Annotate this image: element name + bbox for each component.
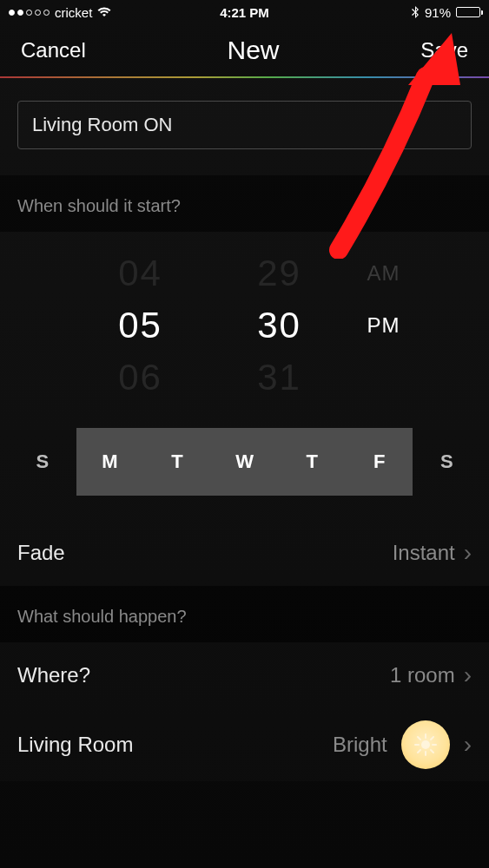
hour-selected: 05 [71,299,210,352]
time-picker[interactable]: 04 05 06 29 30 31 AM PM . [0,247,489,404]
hour-prev: 04 [71,247,210,299]
cancel-button[interactable]: Cancel [21,38,86,62]
day-picker: SMTWTFS [0,404,489,511]
divider-rainbow [0,76,489,78]
room-row[interactable]: Living Room Bright › [0,708,489,781]
hour-wheel[interactable]: 04 05 06 [71,247,210,404]
room-name: Living Room [17,733,133,757]
clock-label: 4:21 PM [166,5,323,20]
ampm-selected: PM [349,299,419,352]
chevron-right-icon: › [464,541,472,565]
chevron-right-icon: › [464,733,472,757]
section-header-what: What should happen? [0,586,489,642]
save-button[interactable]: Save [420,38,468,62]
wifi-icon [97,7,111,17]
minute-prev: 29 [210,247,349,299]
svg-point-0 [421,740,430,749]
day-toggle[interactable]: F [346,428,413,496]
nav-bar: Cancel New Save [0,24,489,76]
svg-line-7 [431,737,433,740]
chevron-right-icon: › [464,663,472,687]
day-toggle[interactable]: W [211,428,279,496]
hour-next: 06 [71,352,210,404]
minute-selected: 30 [210,299,349,352]
day-toggle[interactable]: T [278,428,346,496]
status-bar: cricket 4:21 PM 91% [0,0,489,24]
scene-name: Bright [333,733,387,757]
fade-row[interactable]: Fade Instant › [0,520,489,586]
page-title: New [228,36,280,65]
svg-line-6 [431,750,433,753]
fade-label: Fade [17,541,65,565]
ampm-prev: AM [349,247,419,299]
day-toggle[interactable]: S [413,428,480,496]
where-label: Where? [17,663,90,687]
minute-next: 31 [210,352,349,404]
bluetooth-icon [412,6,420,19]
routine-name-input[interactable]: Living Room ON [17,101,472,149]
svg-line-5 [418,737,420,740]
ampm-wheel[interactable]: AM PM . [349,247,419,404]
where-value: 1 room [390,663,455,687]
battery-percent-label: 91% [425,5,451,20]
time-picker-block: 04 05 06 29 30 31 AM PM . SMTWTFS [0,232,489,520]
where-row[interactable]: Where? 1 room › [0,642,489,708]
fade-value: Instant [393,541,455,565]
svg-line-8 [418,750,420,753]
sun-icon [401,720,450,769]
section-header-when: When should it start? [0,175,489,232]
day-toggle[interactable]: S [9,428,76,496]
day-toggle[interactable]: M [76,428,144,496]
battery-icon [456,7,480,17]
carrier-label: cricket [55,5,92,20]
name-section: Living Room ON [0,78,489,175]
minute-wheel[interactable]: 29 30 31 [210,247,349,404]
day-toggle[interactable]: T [143,428,211,496]
signal-strength-icon [9,10,50,16]
